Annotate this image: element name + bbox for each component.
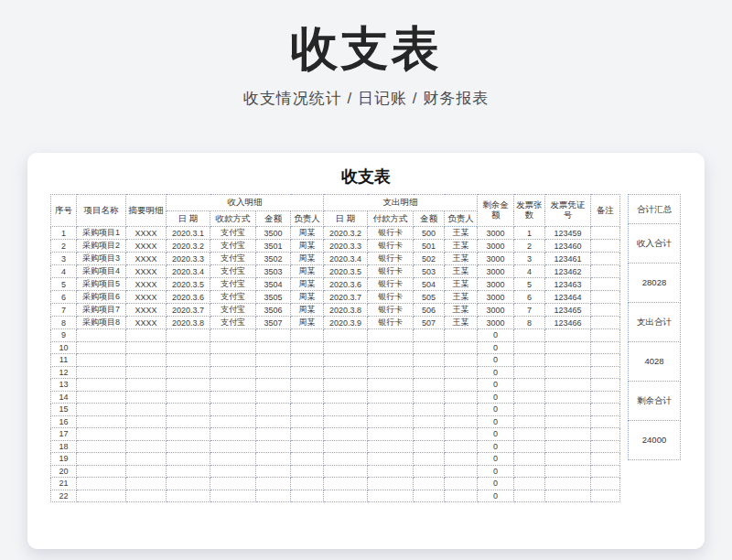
table-row: 150	[51, 404, 620, 416]
table-cell: 银行卡	[368, 317, 414, 329]
table-cell: XXXX	[126, 265, 167, 278]
table-cell	[445, 329, 478, 342]
table-cell	[514, 453, 545, 466]
table-cell: 银行卡	[368, 278, 414, 291]
table-row: 130	[51, 379, 620, 392]
table-cell: 1	[51, 227, 77, 240]
table-cell	[545, 341, 591, 354]
table-cell	[514, 366, 545, 379]
sheet-title: 收支表	[27, 153, 705, 188]
table-cell: 2020.3.5	[167, 278, 210, 291]
table-cell	[167, 478, 210, 490]
table-cell	[514, 329, 545, 342]
table-row: 120	[51, 366, 620, 379]
table-cell	[324, 379, 368, 392]
table-cell	[126, 440, 167, 453]
table-row: 4采购项目4XXXX2020.3.4支付宝3503周某2020.3.5银行卡50…	[51, 265, 620, 278]
table-cell	[77, 366, 126, 379]
table-cell	[167, 341, 210, 354]
table-cell: 7	[514, 304, 545, 317]
table-cell: 8	[51, 317, 77, 329]
summary-income-value: 28028	[629, 264, 681, 303]
table-cell: 王某	[445, 291, 478, 304]
table-row: 90	[51, 329, 620, 342]
table-row: 180	[51, 440, 620, 453]
table-cell	[256, 341, 291, 354]
table-cell: 周某	[291, 304, 324, 317]
table-cell: 2020.3.8	[324, 304, 368, 317]
table-cell	[324, 490, 368, 502]
table-header: 序号 项目名称 摘要明细 收入明细 支出明细 剩余金额 发票张数 发票凭证号 备…	[51, 195, 620, 227]
table-cell: 3505	[256, 291, 291, 304]
table-cell: 12	[51, 366, 77, 379]
table-cell	[368, 354, 414, 367]
table-row: 110	[51, 354, 620, 367]
table-cell: 3506	[256, 304, 291, 317]
table-cell	[167, 465, 210, 478]
table-cell	[324, 428, 368, 441]
table-cell: 6	[514, 291, 545, 304]
table-cell: 3000	[478, 240, 514, 253]
table-cell	[167, 329, 210, 342]
table-cell: 123462	[545, 265, 591, 278]
table-cell	[368, 415, 414, 428]
table-cell	[210, 391, 256, 404]
table-cell: XXXX	[126, 278, 167, 291]
table-cell	[256, 379, 291, 392]
table-cell	[368, 329, 414, 342]
table-cell	[445, 404, 478, 416]
table-cell	[445, 391, 478, 404]
header-expense-amount: 金额	[414, 211, 445, 227]
table-cell	[591, 278, 620, 291]
header-expense-date: 日 期	[324, 211, 368, 227]
table-cell	[324, 453, 368, 466]
table-cell	[591, 379, 620, 392]
table-cell: 2020.3.5	[324, 265, 368, 278]
table-cell: 王某	[445, 240, 478, 253]
table-cell: 采购项目4	[77, 265, 126, 278]
table-cell	[414, 440, 445, 453]
summary-title: 合计汇总	[629, 195, 681, 224]
table-cell: 2020.3.8	[167, 317, 210, 329]
table-cell: 周某	[291, 240, 324, 253]
table-cell	[545, 440, 591, 453]
table-cell	[77, 453, 126, 466]
table-cell: 银行卡	[368, 304, 414, 317]
table-cell: 周某	[291, 291, 324, 304]
table-cell	[414, 465, 445, 478]
table-row: 160	[51, 415, 620, 428]
table-cell	[291, 354, 324, 367]
summary-remaining-label: 剩余合计	[629, 382, 681, 421]
table-cell	[368, 490, 414, 502]
table-cell	[368, 341, 414, 354]
table-cell: 3	[514, 253, 545, 265]
table-cell: 2020.3.1	[167, 227, 210, 240]
table-cell: 2020.3.6	[324, 278, 368, 291]
table-cell: 123466	[545, 317, 591, 329]
table-cell	[591, 490, 620, 502]
table-cell	[210, 440, 256, 453]
page-subtitle: 收支情况统计 / 日记账 / 财务报表	[0, 88, 732, 109]
table-cell: 9	[51, 329, 77, 342]
table-cell	[545, 391, 591, 404]
table-cell: 3000	[478, 304, 514, 317]
table-cell	[77, 428, 126, 441]
table-cell	[291, 415, 324, 428]
table-cell	[591, 453, 620, 466]
table-cell	[210, 415, 256, 428]
table-cell	[414, 354, 445, 367]
table-cell	[445, 478, 478, 490]
table-cell: 2020.3.3	[167, 253, 210, 265]
table-cell	[77, 391, 126, 404]
summary-expense-label: 支出合计	[629, 303, 681, 342]
table-cell: 王某	[445, 265, 478, 278]
table-cell	[77, 415, 126, 428]
table-cell: 3503	[256, 265, 291, 278]
table-cell	[514, 440, 545, 453]
table-cell: 501	[414, 240, 445, 253]
table-cell	[291, 465, 324, 478]
table-cell	[324, 341, 368, 354]
table-cell	[368, 453, 414, 466]
table-cell: 1	[514, 227, 545, 240]
table-row: 2采购项目2XXXX2020.3.2支付宝3501周某2020.3.3银行卡50…	[51, 240, 620, 253]
